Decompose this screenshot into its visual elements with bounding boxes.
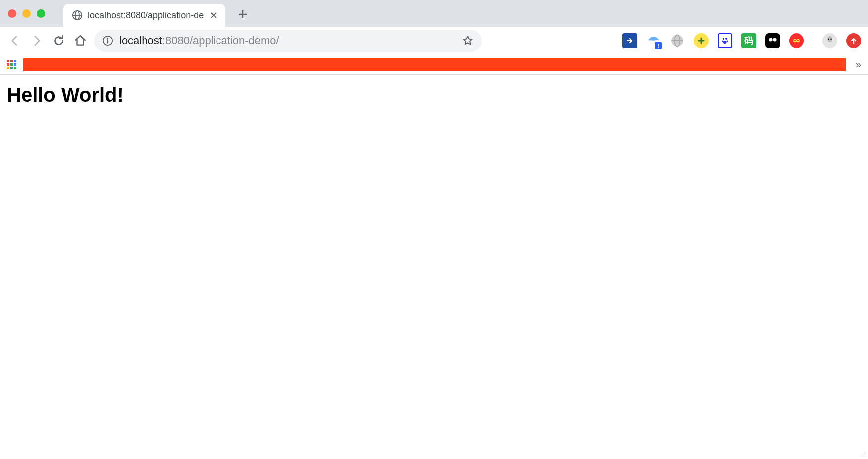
window-controls [8, 9, 45, 18]
reload-button[interactable] [51, 33, 67, 49]
home-button[interactable] [72, 33, 88, 49]
new-tab-button[interactable] [235, 7, 250, 22]
window-close-button[interactable] [8, 9, 16, 18]
page-content: Hello World! [0, 75, 868, 115]
toolbar: localhost:8080/application-demo/ ! [0, 27, 868, 55]
svg-point-9 [107, 38, 109, 39]
tab-strip: localhost:8080/application-de [0, 0, 868, 27]
svg-point-17 [722, 40, 723, 42]
svg-point-16 [725, 38, 727, 40]
bookmarks-overflow-button[interactable]: » [856, 59, 861, 70]
back-button[interactable] [7, 33, 23, 49]
svg-point-18 [726, 40, 728, 42]
url-host: localhost [119, 34, 162, 47]
url-text: localhost:8080/application-demo/ [119, 34, 456, 47]
bookmark-star-icon[interactable] [462, 35, 474, 47]
svg-point-19 [723, 41, 727, 44]
extension-separator [813, 34, 813, 48]
browser-tab-active[interactable]: localhost:8080/application-de [63, 4, 225, 27]
url-port: :8080 [162, 34, 190, 47]
site-info-icon[interactable] [102, 35, 113, 46]
extensions-row: ! 码 [622, 33, 861, 48]
extension-arrow-ext-icon[interactable] [622, 33, 637, 48]
bookmarks-bar: » [0, 55, 868, 75]
svg-point-24 [830, 39, 832, 40]
address-bar[interactable]: localhost:8080/application-demo/ [94, 30, 482, 52]
profile-avatar-icon[interactable] [822, 33, 837, 48]
forward-button[interactable] [29, 33, 45, 49]
tab-close-button[interactable] [209, 10, 218, 20]
extension-upload-ext-icon[interactable] [846, 33, 861, 48]
svg-point-23 [828, 39, 829, 40]
extension-infinity-ext-icon[interactable] [789, 33, 804, 48]
extension-plus-ext-icon[interactable] [694, 33, 709, 48]
svg-point-20 [769, 38, 772, 41]
tab-title: localhost:8080/application-de [88, 10, 204, 21]
bookmarks-bar-item[interactable] [23, 58, 846, 71]
window-minimize-button[interactable] [22, 9, 31, 18]
svg-point-15 [723, 38, 724, 40]
extension-code-ext-icon[interactable]: 码 [741, 33, 756, 48]
browser-chrome: localhost:8080/application-de localh [0, 0, 868, 75]
extension-globe-ext-icon[interactable] [670, 33, 685, 48]
page-heading: Hello World! [7, 84, 861, 106]
url-path: /application-demo/ [190, 34, 279, 47]
extension-dots-ext-icon[interactable] [765, 33, 780, 48]
apps-icon[interactable] [7, 60, 16, 69]
svg-line-27 [865, 456, 866, 457]
extension-bird-ext-icon[interactable]: ! [646, 33, 661, 48]
globe-icon [72, 10, 83, 21]
svg-point-21 [773, 38, 776, 41]
resize-handle-icon[interactable] [859, 450, 866, 457]
window-maximize-button[interactable] [37, 9, 45, 18]
extension-paw-ext-icon[interactable] [718, 33, 732, 48]
